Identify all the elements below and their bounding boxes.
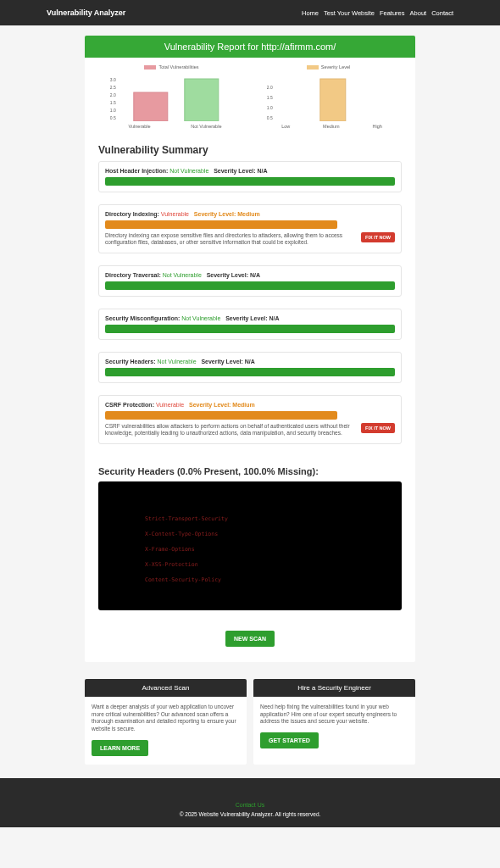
vuln-card-directory-indexing: Directory Indexing: Vulnerable Severity … — [98, 204, 402, 253]
promo-title: Advanced Scan — [85, 679, 247, 697]
new-scan-button[interactable]: NEW SCAN — [225, 631, 275, 647]
get-started-button[interactable]: GET STARTED — [260, 732, 319, 748]
vuln-status: Vulnerable — [156, 402, 184, 408]
tick-med: Medium — [323, 124, 340, 129]
promo-title: Hire a Security Engineer — [253, 679, 415, 697]
header-line: Strict-Transport-Security — [145, 515, 355, 522]
vuln-name: Security Headers: — [105, 359, 156, 364]
vuln-name: Host Header Injection: — [105, 168, 168, 174]
nav-test[interactable]: Test Your Website — [324, 9, 375, 17]
nav-links: Home Test Your Website Features About Co… — [302, 9, 453, 17]
svg-text:1.0: 1.0 — [110, 108, 116, 113]
svg-rect-12 — [320, 79, 346, 121]
chart-svg-2: 0.5 1.0 1.5 2.0 — [253, 72, 404, 121]
vuln-name: Directory Traversal: — [105, 272, 161, 278]
brand[interactable]: Vulnerability Analyzer — [47, 8, 125, 17]
summary-section: Vulnerability Summary Host Header Inject… — [85, 136, 415, 461]
severity-bar — [105, 220, 337, 229]
promo-row: Advanced Scan Want a deeper analysis of … — [85, 679, 415, 765]
fix-it-button[interactable]: FIX IT NOW — [361, 423, 395, 433]
promo-body: Want a deeper analysis of your web appli… — [92, 704, 240, 733]
vuln-status: Not Vulnerable — [169, 168, 208, 174]
legend-label: Total Vulnerabilities — [158, 64, 198, 70]
header-line: X-XSS-Protection — [145, 561, 355, 568]
svg-text:2.0: 2.0 — [110, 92, 116, 97]
severity-bar — [105, 325, 395, 333]
legend-swatch — [307, 65, 319, 70]
chart-severity: Severity Level 0.5 1.0 1.5 2.0 Low Mediu… — [253, 64, 404, 129]
headers-terminal: Strict-Transport-Security X-Content-Type… — [98, 481, 402, 610]
chart-svg-1: 0.5 1.0 1.5 2.0 2.5 3.0 — [97, 72, 247, 121]
promo-body: Need help fixing the vulnerabilities fou… — [260, 704, 408, 726]
vuln-status: Not Vulnerable — [163, 272, 202, 278]
promo-hire-engineer: Hire a Security Engineer Need help fixin… — [253, 679, 415, 765]
vuln-card-security-misconfig: Security Misconfiguration: Not Vulnerabl… — [98, 309, 402, 340]
vuln-card-host-header: Host Header Injection: Not Vulnerable Se… — [98, 161, 402, 192]
vuln-sev: Severity Level: N/A — [201, 359, 254, 364]
vuln-sev: Severity Level: Medium — [194, 211, 260, 217]
summary-title: Vulnerability Summary — [98, 144, 402, 156]
severity-bar — [105, 368, 395, 376]
svg-text:1.0: 1.0 — [267, 105, 273, 110]
footer: Contact Us © 2025 Website Vulnerability … — [0, 778, 500, 827]
footer-contact[interactable]: Contact Us — [0, 802, 500, 808]
fix-it-button[interactable]: FIX IT NOW — [361, 232, 395, 242]
headers-title: Security Headers (0.0% Present, 100.0% M… — [98, 466, 402, 476]
report-title: Vulnerability Report for http://afirmm.c… — [85, 36, 415, 58]
svg-text:2.0: 2.0 — [267, 85, 273, 90]
tick-vuln: Vulnerable — [129, 124, 151, 129]
legend-label: Severity Level — [321, 64, 351, 70]
tick-notvuln: Not Vulnerable — [191, 124, 221, 129]
severity-bar — [105, 281, 395, 290]
severity-bar — [105, 411, 337, 420]
vuln-name: CSRF Protection: — [105, 402, 154, 408]
svg-text:2.5: 2.5 — [110, 85, 116, 90]
vuln-status: Vulnerable — [161, 211, 189, 217]
vuln-name: Directory Indexing: — [105, 211, 159, 217]
vuln-sev: Severity Level: Medium — [189, 402, 255, 408]
tick-high: High — [373, 124, 382, 129]
vuln-card-csrf: CSRF Protection: Vulnerable Severity Lev… — [98, 395, 402, 444]
nav-features[interactable]: Features — [380, 9, 405, 17]
nav-contact[interactable]: Contact — [431, 9, 453, 17]
legend-swatch — [144, 65, 156, 70]
vuln-desc: Directory indexing can expose sensitive … — [105, 232, 356, 247]
charts-row: Total Vulnerabilities 0.5 1.0 1.5 2.0 2.… — [85, 58, 415, 136]
vuln-desc: CSRF vulnerabilities allow attackers to … — [105, 423, 356, 437]
svg-text:0.5: 0.5 — [267, 115, 273, 120]
navbar: Vulnerability Analyzer Home Test Your We… — [0, 0, 500, 25]
severity-bar — [105, 177, 395, 186]
footer-copyright: © 2025 Website Vulnerability Analyzer. A… — [0, 811, 500, 817]
chart-total-vulns: Total Vulnerabilities 0.5 1.0 1.5 2.0 2.… — [97, 64, 247, 129]
vuln-sev: Severity Level: N/A — [207, 272, 260, 278]
vuln-name: Security Misconfiguration: — [105, 315, 180, 321]
learn-more-button[interactable]: LEARN MORE — [92, 740, 148, 756]
vuln-status: Not Vulnerable — [181, 315, 220, 321]
svg-rect-6 — [134, 92, 168, 121]
promo-advanced-scan: Advanced Scan Want a deeper analysis of … — [85, 679, 247, 765]
svg-text:3.0: 3.0 — [110, 77, 116, 82]
nav-about[interactable]: About — [410, 9, 427, 17]
svg-text:1.5: 1.5 — [267, 95, 273, 100]
header-line: X-Frame-Options — [145, 546, 355, 553]
vuln-card-directory-traversal: Directory Traversal: Not Vulnerable Seve… — [98, 265, 402, 297]
nav-home[interactable]: Home — [302, 9, 319, 17]
report-panel: Vulnerability Report for http://afirmm.c… — [85, 36, 415, 662]
header-line: X-Content-Type-Options — [145, 531, 355, 537]
new-scan-row: NEW SCAN — [85, 620, 415, 662]
vuln-sev: Severity Level: N/A — [214, 168, 267, 174]
svg-text:0.5: 0.5 — [110, 115, 116, 120]
vuln-status: Not Vulnerable — [158, 359, 197, 364]
header-line: Content-Security-Policy — [145, 576, 355, 583]
svg-text:1.5: 1.5 — [110, 100, 116, 105]
vuln-card-security-headers: Security Headers: Not Vulnerable Severit… — [98, 352, 402, 383]
tick-low: Low — [281, 124, 290, 129]
vuln-sev: Severity Level: N/A — [225, 315, 279, 321]
svg-rect-7 — [185, 79, 219, 121]
